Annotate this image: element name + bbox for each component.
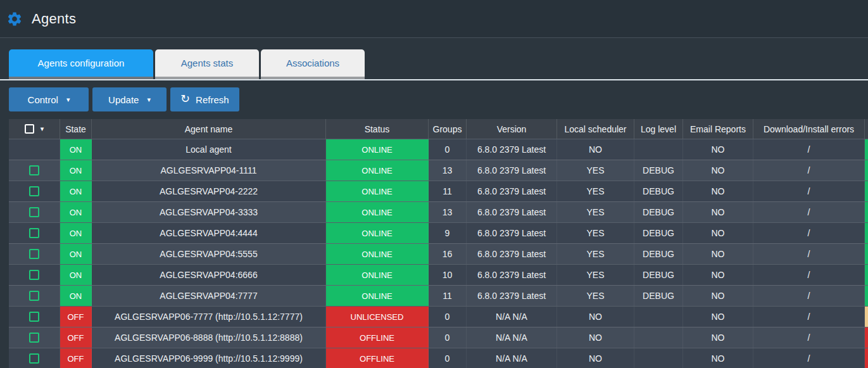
row-checkbox[interactable] <box>29 353 39 364</box>
email-reports-cell: NO <box>683 139 753 160</box>
toolbar: Control ▾ Update ▾ ↻ Refresh <box>9 87 868 111</box>
local-scheduler-cell: NO <box>557 307 634 327</box>
download-install-errors-cell: / <box>753 181 865 201</box>
status-badge: ONLINE <box>326 244 429 264</box>
refresh-button-label: Refresh <box>196 94 229 105</box>
state-badge: OFF <box>60 307 92 327</box>
column-header-groups[interactable]: Groups <box>429 119 467 139</box>
agent-name-cell: AGLGESRVAPP04-2222 <box>92 181 326 201</box>
agent-name-cell: AGLGESRVAPP04:7777 <box>92 286 326 306</box>
state-badge: ON <box>60 181 92 201</box>
email-reports-cell: NO <box>683 202 753 222</box>
table-row: ONAGLGESRVAPP04:7777ONLINE116.8.0 2379 L… <box>9 285 868 306</box>
state-badge: OFF <box>60 348 92 368</box>
agent-name-cell: AGLGESRVAPP04:5555 <box>92 244 326 264</box>
row-checkbox[interactable] <box>29 312 39 322</box>
tab-bar: Agents configuration Agents stats Associ… <box>0 49 868 79</box>
version-cell: 6.8.0 2379 Latest <box>467 265 557 285</box>
row-status-strip <box>865 160 868 181</box>
column-header-state[interactable]: State <box>60 119 92 139</box>
version-cell: N/A N/A <box>467 348 557 368</box>
version-cell: N/A N/A <box>467 307 557 327</box>
row-status-strip <box>865 348 868 368</box>
row-checkbox[interactable] <box>29 186 39 196</box>
row-select-cell <box>9 348 60 368</box>
email-reports-cell: NO <box>683 265 753 285</box>
table-row: ONLocal agentONLINE06.8.0 2379 LatestNON… <box>9 139 868 160</box>
agent-name-cell: AGLGESRVAPP04:4444 <box>92 223 326 243</box>
local-scheduler-cell: YES <box>557 286 634 306</box>
column-header-email-reports[interactable]: Email Reports <box>683 119 753 139</box>
log-level-cell: DEBUG <box>634 265 683 285</box>
state-badge: ON <box>60 265 92 285</box>
download-install-errors-cell: / <box>753 223 865 243</box>
state-badge: ON <box>60 202 92 222</box>
status-badge: ONLINE <box>326 265 429 285</box>
row-status-strip <box>865 265 868 285</box>
column-header-log-level[interactable]: Log level <box>634 119 683 139</box>
row-checkbox[interactable] <box>29 207 39 217</box>
tab-agents-stats[interactable]: Agents stats <box>155 49 259 79</box>
row-checkbox[interactable] <box>29 333 39 343</box>
local-scheduler-cell: YES <box>557 202 634 222</box>
table-row: OFFAGLGESRVAPP06-7777 (http://10.5.1.12:… <box>9 306 868 327</box>
column-header-status[interactable]: Status <box>326 119 429 139</box>
column-header-agent-name[interactable]: Agent name <box>92 119 326 139</box>
state-badge: OFF <box>60 327 92 348</box>
agents-table: ▾ State Agent name Status Groups Version… <box>9 119 868 368</box>
update-button[interactable]: Update ▾ <box>92 87 167 111</box>
status-badge: ONLINE <box>326 223 429 243</box>
table-row: ONAGLGESRVAPP04-3333ONLINE136.8.0 2379 L… <box>9 201 868 222</box>
column-header-version[interactable]: Version <box>467 119 557 139</box>
download-install-errors-cell: / <box>753 244 865 264</box>
control-button[interactable]: Control ▾ <box>9 87 89 111</box>
agent-name-cell: AGLGESRVAPP06-7777 (http://10.5.1.12:777… <box>92 307 326 327</box>
status-badge: ONLINE <box>326 202 429 222</box>
version-cell: 6.8.0 2379 Latest <box>467 160 557 181</box>
status-badge: OFFLINE <box>326 348 429 368</box>
groups-cell: 0 <box>429 327 467 348</box>
local-scheduler-cell: YES <box>557 160 634 181</box>
row-checkbox[interactable] <box>29 165 39 175</box>
agent-name-cell: Local agent <box>92 139 326 160</box>
agent-name-cell: AGLGESRVAPP06-9999 (http://10.5.1.12:999… <box>92 348 326 368</box>
select-all-header-cell[interactable]: ▾ <box>9 119 60 139</box>
agent-name-cell: AGLGESRVAPP06-8888 (http://10.5.1.12:888… <box>92 327 326 348</box>
select-all-caret-icon[interactable]: ▾ <box>41 125 44 133</box>
groups-cell: 11 <box>429 181 467 201</box>
log-level-cell: DEBUG <box>634 160 683 181</box>
row-checkbox[interactable] <box>29 291 39 301</box>
tab-associations[interactable]: Associations <box>261 49 365 79</box>
column-header-download-install-errors[interactable]: Download/Install errors <box>753 119 865 139</box>
email-reports-cell: NO <box>683 244 753 264</box>
row-checkbox[interactable] <box>29 270 39 280</box>
groups-cell: 16 <box>429 244 467 264</box>
log-level-cell <box>634 327 683 348</box>
row-checkbox[interactable] <box>29 228 39 238</box>
local-scheduler-cell: YES <box>557 223 634 243</box>
version-cell: 6.8.0 2379 Latest <box>467 286 557 306</box>
row-checkbox[interactable] <box>29 249 39 259</box>
select-all-checkbox[interactable] <box>25 124 34 134</box>
page-title: Agents <box>32 11 76 27</box>
refresh-button[interactable]: ↻ Refresh <box>170 87 239 111</box>
row-status-strip <box>865 244 868 264</box>
table-row: ONAGLGESRVAPP04-2222ONLINE116.8.0 2379 L… <box>9 181 868 201</box>
row-select-cell <box>9 139 60 160</box>
version-cell: 6.8.0 2379 Latest <box>467 139 557 160</box>
download-install-errors-cell: / <box>753 327 865 348</box>
local-scheduler-cell: YES <box>557 265 634 285</box>
status-badge: UNLICENSED <box>326 307 429 327</box>
column-header-local-scheduler[interactable]: Local scheduler <box>557 119 634 139</box>
row-select-cell <box>9 181 60 201</box>
row-select-cell <box>9 307 60 327</box>
header-bar: Agents <box>0 0 868 38</box>
row-select-cell <box>9 327 60 348</box>
groups-cell: 9 <box>429 223 467 243</box>
row-select-cell <box>9 265 60 285</box>
version-cell: N/A N/A <box>467 327 557 348</box>
agent-name-cell: AGLGESRVAPP04:6666 <box>92 265 326 285</box>
tab-agents-configuration[interactable]: Agents configuration <box>9 49 153 79</box>
log-level-cell: DEBUG <box>634 286 683 306</box>
version-cell: 6.8.0 2379 Latest <box>467 223 557 243</box>
